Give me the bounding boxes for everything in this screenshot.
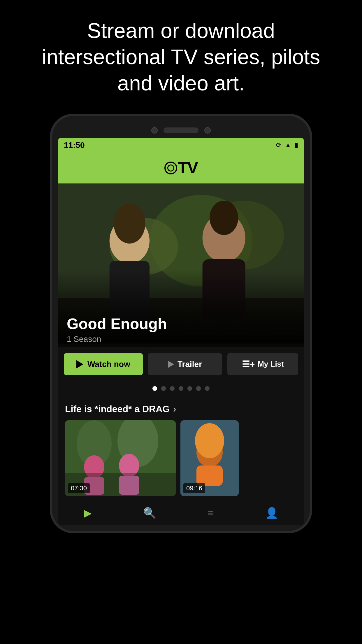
dot-2[interactable] — [161, 386, 166, 391]
phone-top-bar — [58, 122, 304, 138]
logo-tv-text: TV — [178, 158, 198, 177]
trailer-button[interactable]: Trailer — [148, 353, 222, 375]
nav-home[interactable]: ▶ — [84, 507, 92, 519]
app-header: TV — [58, 153, 304, 183]
thumbnail-row: 07:30 09:16 — [58, 419, 304, 502]
pagination-dots — [58, 382, 304, 397]
logo-circle-icon — [164, 162, 177, 174]
dot-6[interactable] — [196, 386, 201, 391]
my-list-button[interactable]: ☰+ My List — [227, 353, 298, 375]
phone-screen: 11:50 ⟳ ▲ ▮ TV — [58, 138, 304, 525]
watch-now-button[interactable]: Watch now — [64, 353, 143, 375]
status-bar: 11:50 ⟳ ▲ ▮ — [58, 138, 304, 153]
wifi-icon: ▲ — [285, 141, 291, 149]
hero-text-block: Good Enough 1 Season — [67, 316, 295, 344]
nav-menu[interactable]: ≡ — [208, 507, 214, 519]
dot-5[interactable] — [187, 386, 192, 391]
trailer-label: Trailer — [178, 360, 202, 369]
nav-search[interactable]: 🔍 — [143, 507, 156, 519]
nav-search-icon: 🔍 — [143, 507, 156, 519]
svg-point-7 — [114, 204, 145, 244]
mylist-icon: ☰+ — [242, 359, 255, 369]
nav-profile[interactable]: 👤 — [265, 507, 278, 519]
app-logo: TV — [58, 158, 304, 177]
thumbnail-1[interactable]: 07:30 — [65, 420, 176, 496]
svg-point-10 — [210, 201, 238, 235]
hero-buttons: Watch now Trailer ☰+ My List — [58, 347, 304, 382]
phone-mockup: 11:50 ⟳ ▲ ▮ TV — [50, 114, 312, 533]
chevron-right-icon: › — [173, 404, 176, 414]
svg-rect-22 — [196, 466, 223, 486]
dot-7[interactable] — [205, 386, 210, 391]
trailer-play-icon — [168, 361, 174, 368]
dot-3[interactable] — [170, 386, 175, 391]
watch-now-label: Watch now — [87, 360, 130, 369]
section-header[interactable]: Life is *indeed* a DRAG › — [58, 397, 304, 419]
section-title: Life is *indeed* a DRAG — [65, 404, 170, 414]
status-time: 11:50 — [64, 141, 85, 150]
thumbnail-2[interactable]: 09:16 — [180, 420, 239, 496]
hero-section: Good Enough 1 Season — [58, 183, 304, 347]
phone-camera — [151, 127, 158, 134]
dot-1[interactable] — [152, 386, 157, 391]
phone-speaker — [164, 127, 198, 133]
phone-camera-right — [204, 127, 211, 134]
tagline-text: Stream or download intersectional TV ser… — [0, 0, 362, 114]
nav-play-icon: ▶ — [84, 507, 92, 519]
hero-image: Good Enough 1 Season — [58, 183, 304, 347]
sync-icon: ⟳ — [276, 141, 281, 149]
battery-icon: ▮ — [295, 141, 298, 149]
thumb-2-duration: 09:16 — [183, 483, 205, 493]
svg-point-23 — [195, 423, 224, 458]
status-icons: ⟳ ▲ ▮ — [276, 141, 298, 149]
hero-subtitle: 1 Season — [67, 335, 295, 344]
mylist-label: My List — [258, 360, 284, 369]
nav-menu-icon: ≡ — [208, 507, 214, 519]
hero-title: Good Enough — [67, 316, 295, 332]
play-icon — [76, 360, 83, 368]
bottom-nav: ▶ 🔍 ≡ 👤 — [58, 502, 304, 525]
thumb-1-duration: 07:30 — [68, 483, 90, 493]
nav-profile-icon: 👤 — [265, 507, 278, 519]
dot-4[interactable] — [179, 386, 183, 391]
